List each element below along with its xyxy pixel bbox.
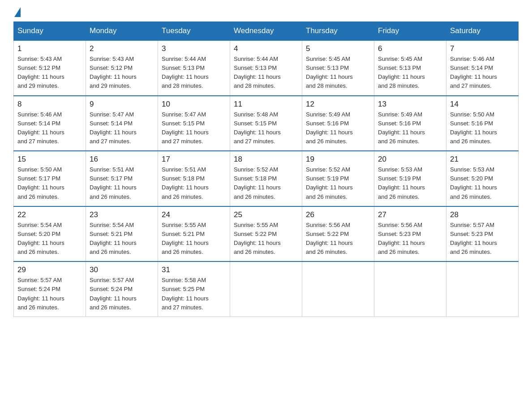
weekday-header-saturday: Saturday xyxy=(446,22,519,41)
day-number: 29 xyxy=(17,265,82,274)
calendar-cell: 13Sunrise: 5:49 AMSunset: 5:16 PMDayligh… xyxy=(374,96,446,151)
day-info: Sunrise: 5:49 AMSunset: 5:16 PMDaylight:… xyxy=(306,110,370,146)
calendar-cell: 23Sunrise: 5:54 AMSunset: 5:21 PMDayligh… xyxy=(86,206,158,262)
weekday-header-thursday: Thursday xyxy=(302,22,374,41)
day-number: 19 xyxy=(306,155,370,164)
day-info: Sunrise: 5:51 AMSunset: 5:17 PMDaylight:… xyxy=(90,165,154,201)
day-number: 9 xyxy=(90,100,154,109)
day-number: 27 xyxy=(378,210,442,219)
day-number: 4 xyxy=(234,44,298,53)
day-number: 25 xyxy=(234,210,298,219)
day-number: 20 xyxy=(378,155,442,164)
calendar-cell: 9Sunrise: 5:47 AMSunset: 5:14 PMDaylight… xyxy=(86,96,158,151)
page-header xyxy=(13,9,519,17)
calendar-cell xyxy=(446,261,519,317)
day-number: 14 xyxy=(450,100,515,109)
calendar-cell: 7Sunrise: 5:46 AMSunset: 5:14 PMDaylight… xyxy=(446,40,519,96)
weekday-header-monday: Monday xyxy=(86,22,158,41)
logo xyxy=(13,9,21,17)
day-info: Sunrise: 5:51 AMSunset: 5:18 PMDaylight:… xyxy=(162,165,226,201)
weekday-header-tuesday: Tuesday xyxy=(158,22,230,41)
calendar-cell: 21Sunrise: 5:53 AMSunset: 5:20 PMDayligh… xyxy=(446,151,519,206)
logo-triangle-icon xyxy=(14,7,21,17)
calendar-cell: 10Sunrise: 5:47 AMSunset: 5:15 PMDayligh… xyxy=(158,96,230,151)
day-info: Sunrise: 5:54 AMSunset: 5:20 PMDaylight:… xyxy=(17,221,82,257)
day-info: Sunrise: 5:58 AMSunset: 5:25 PMDaylight:… xyxy=(162,276,226,312)
day-number: 21 xyxy=(450,155,515,164)
calendar-table: SundayMondayTuesdayWednesdayThursdayFrid… xyxy=(13,21,519,317)
day-number: 23 xyxy=(90,210,154,219)
day-info: Sunrise: 5:45 AMSunset: 5:13 PMDaylight:… xyxy=(378,55,442,91)
day-info: Sunrise: 5:52 AMSunset: 5:18 PMDaylight:… xyxy=(234,165,298,201)
calendar-cell: 20Sunrise: 5:53 AMSunset: 5:19 PMDayligh… xyxy=(374,151,446,206)
day-number: 22 xyxy=(17,210,82,219)
day-info: Sunrise: 5:44 AMSunset: 5:13 PMDaylight:… xyxy=(162,55,226,91)
week-row-2: 8Sunrise: 5:46 AMSunset: 5:14 PMDaylight… xyxy=(14,96,519,151)
day-info: Sunrise: 5:43 AMSunset: 5:12 PMDaylight:… xyxy=(90,55,154,91)
calendar-cell xyxy=(230,261,302,317)
calendar-cell: 11Sunrise: 5:48 AMSunset: 5:15 PMDayligh… xyxy=(230,96,302,151)
day-info: Sunrise: 5:48 AMSunset: 5:15 PMDaylight:… xyxy=(234,110,298,146)
day-info: Sunrise: 5:47 AMSunset: 5:15 PMDaylight:… xyxy=(162,110,226,146)
calendar-cell: 28Sunrise: 5:57 AMSunset: 5:23 PMDayligh… xyxy=(446,206,519,262)
calendar-cell: 12Sunrise: 5:49 AMSunset: 5:16 PMDayligh… xyxy=(302,96,374,151)
day-number: 31 xyxy=(162,265,226,274)
day-number: 11 xyxy=(234,100,298,109)
calendar-cell: 5Sunrise: 5:45 AMSunset: 5:13 PMDaylight… xyxy=(302,40,374,96)
calendar-cell: 3Sunrise: 5:44 AMSunset: 5:13 PMDaylight… xyxy=(158,40,230,96)
calendar-cell: 17Sunrise: 5:51 AMSunset: 5:18 PMDayligh… xyxy=(158,151,230,206)
day-number: 1 xyxy=(17,44,82,53)
day-info: Sunrise: 5:50 AMSunset: 5:17 PMDaylight:… xyxy=(17,165,82,201)
calendar-cell: 24Sunrise: 5:55 AMSunset: 5:21 PMDayligh… xyxy=(158,206,230,262)
day-number: 6 xyxy=(378,44,442,53)
calendar-cell xyxy=(374,261,446,317)
calendar-cell: 15Sunrise: 5:50 AMSunset: 5:17 PMDayligh… xyxy=(14,151,86,206)
day-number: 7 xyxy=(450,44,515,53)
day-number: 13 xyxy=(378,100,442,109)
day-info: Sunrise: 5:55 AMSunset: 5:22 PMDaylight:… xyxy=(234,221,298,257)
calendar-cell: 30Sunrise: 5:57 AMSunset: 5:24 PMDayligh… xyxy=(86,261,158,317)
day-info: Sunrise: 5:57 AMSunset: 5:23 PMDaylight:… xyxy=(450,221,515,257)
day-info: Sunrise: 5:47 AMSunset: 5:14 PMDaylight:… xyxy=(90,110,154,146)
day-info: Sunrise: 5:46 AMSunset: 5:14 PMDaylight:… xyxy=(450,55,515,91)
weekday-header-sunday: Sunday xyxy=(14,22,86,41)
day-number: 18 xyxy=(234,155,298,164)
calendar-cell: 2Sunrise: 5:43 AMSunset: 5:12 PMDaylight… xyxy=(86,40,158,96)
calendar-cell: 14Sunrise: 5:50 AMSunset: 5:16 PMDayligh… xyxy=(446,96,519,151)
day-info: Sunrise: 5:52 AMSunset: 5:19 PMDaylight:… xyxy=(306,165,370,201)
weekday-header-wednesday: Wednesday xyxy=(230,22,302,41)
week-row-1: 1Sunrise: 5:43 AMSunset: 5:12 PMDaylight… xyxy=(14,40,519,96)
calendar-cell xyxy=(302,261,374,317)
day-number: 12 xyxy=(306,100,370,109)
calendar-cell: 27Sunrise: 5:56 AMSunset: 5:23 PMDayligh… xyxy=(374,206,446,262)
calendar-cell: 22Sunrise: 5:54 AMSunset: 5:20 PMDayligh… xyxy=(14,206,86,262)
calendar-cell: 25Sunrise: 5:55 AMSunset: 5:22 PMDayligh… xyxy=(230,206,302,262)
day-info: Sunrise: 5:50 AMSunset: 5:16 PMDaylight:… xyxy=(450,110,515,146)
day-info: Sunrise: 5:53 AMSunset: 5:20 PMDaylight:… xyxy=(450,165,515,201)
day-number: 10 xyxy=(162,100,226,109)
calendar-cell: 1Sunrise: 5:43 AMSunset: 5:12 PMDaylight… xyxy=(14,40,86,96)
day-info: Sunrise: 5:46 AMSunset: 5:14 PMDaylight:… xyxy=(17,110,82,146)
day-info: Sunrise: 5:55 AMSunset: 5:21 PMDaylight:… xyxy=(162,221,226,257)
week-row-4: 22Sunrise: 5:54 AMSunset: 5:20 PMDayligh… xyxy=(14,206,519,262)
day-number: 5 xyxy=(306,44,370,53)
week-row-3: 15Sunrise: 5:50 AMSunset: 5:17 PMDayligh… xyxy=(14,151,519,206)
day-number: 8 xyxy=(17,100,82,109)
day-number: 26 xyxy=(306,210,370,219)
weekday-header-friday: Friday xyxy=(374,22,446,41)
day-number: 15 xyxy=(17,155,82,164)
calendar-cell: 29Sunrise: 5:57 AMSunset: 5:24 PMDayligh… xyxy=(14,261,86,317)
day-info: Sunrise: 5:53 AMSunset: 5:19 PMDaylight:… xyxy=(378,165,442,201)
week-row-5: 29Sunrise: 5:57 AMSunset: 5:24 PMDayligh… xyxy=(14,261,519,317)
day-number: 16 xyxy=(90,155,154,164)
day-number: 2 xyxy=(90,44,154,53)
calendar-cell: 31Sunrise: 5:58 AMSunset: 5:25 PMDayligh… xyxy=(158,261,230,317)
day-info: Sunrise: 5:57 AMSunset: 5:24 PMDaylight:… xyxy=(90,276,154,312)
day-number: 17 xyxy=(162,155,226,164)
day-info: Sunrise: 5:54 AMSunset: 5:21 PMDaylight:… xyxy=(90,221,154,257)
calendar-cell: 6Sunrise: 5:45 AMSunset: 5:13 PMDaylight… xyxy=(374,40,446,96)
day-info: Sunrise: 5:49 AMSunset: 5:16 PMDaylight:… xyxy=(378,110,442,146)
day-number: 3 xyxy=(162,44,226,53)
day-info: Sunrise: 5:44 AMSunset: 5:13 PMDaylight:… xyxy=(234,55,298,91)
calendar-cell: 16Sunrise: 5:51 AMSunset: 5:17 PMDayligh… xyxy=(86,151,158,206)
